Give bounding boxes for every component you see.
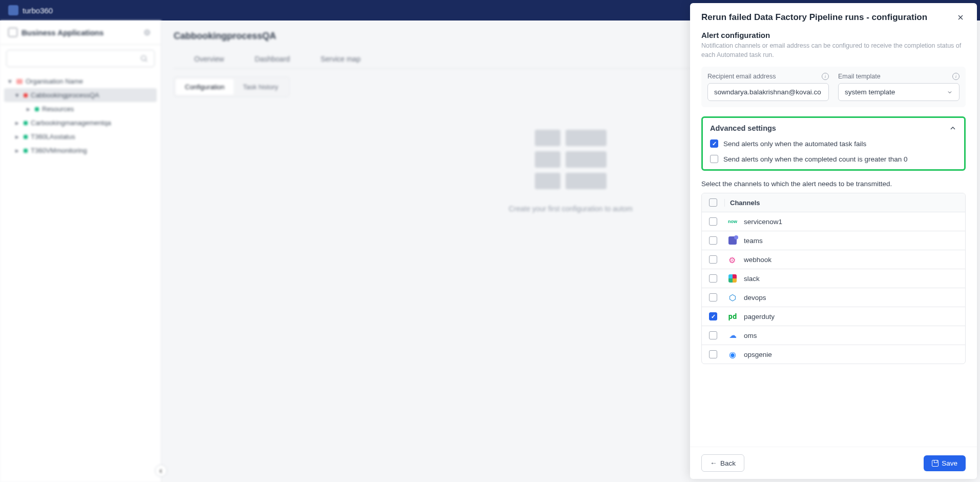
checkbox-completed-count[interactable] xyxy=(710,155,718,163)
channel-row-pagerduty: pd pagerduty xyxy=(702,307,965,326)
tree-item-resources[interactable]: ▸ Resources xyxy=(4,102,157,116)
folder-icon xyxy=(16,79,23,84)
channel-checkbox-opsgenie[interactable] xyxy=(709,350,717,358)
channel-checkbox-devops[interactable] xyxy=(709,293,717,302)
channel-row-opsgenie: ◉ opsgenie xyxy=(702,345,965,364)
advanced-settings-section: Advanced settings Send alerts only when … xyxy=(701,116,966,171)
tree-item-t360la[interactable]: ▸ T360LAsstatus xyxy=(4,130,157,144)
product-name: turbo360 xyxy=(23,6,53,15)
tree-item-carbooking[interactable]: ▸ Carbookingmanagementqa xyxy=(4,116,157,130)
sidebar-tree: ▾ Organisation Name ▾ CabbookingprocessQ… xyxy=(0,72,161,159)
alert-form-row: Recipient email address i Email template… xyxy=(701,67,966,107)
logo-icon xyxy=(8,5,18,15)
template-field-label: Email template xyxy=(838,73,881,80)
channels-column-header: Channels xyxy=(724,199,760,207)
save-button[interactable]: Save xyxy=(924,455,966,471)
back-button[interactable]: ← Back xyxy=(701,454,744,472)
email-field-label: Recipient email address xyxy=(707,73,776,80)
advanced-option-count: Send alerts only when the completed coun… xyxy=(710,155,957,163)
status-dot-icon xyxy=(24,149,28,153)
status-dot-icon xyxy=(24,121,28,125)
oms-icon: ☁ xyxy=(727,330,738,340)
channel-row-webhook: webhook xyxy=(702,250,965,269)
channel-name: servicenow1 xyxy=(744,218,782,226)
sidebar: Business Applications ⚙ ▾ Organisation N… xyxy=(0,21,161,482)
channel-checkbox-webhook[interactable] xyxy=(709,255,717,264)
template-field-wrapper: Email template i system template xyxy=(838,73,960,101)
channel-checkbox-oms[interactable] xyxy=(709,331,717,339)
devops-icon: ⬡ xyxy=(727,292,738,303)
advanced-option-fails: Send alerts only when the automated task… xyxy=(710,139,957,148)
channel-row-oms: ☁ oms xyxy=(702,326,965,345)
tab-service-map[interactable]: Service map xyxy=(321,50,361,68)
save-icon xyxy=(932,460,939,467)
chevron-up-icon xyxy=(949,124,957,132)
advanced-settings-toggle[interactable]: Advanced settings xyxy=(710,124,957,132)
drawer-footer: ← Back Save xyxy=(690,447,977,479)
gear-icon[interactable]: ⚙ xyxy=(143,28,153,37)
channels-select-all-checkbox[interactable] xyxy=(709,198,717,207)
email-template-select[interactable]: system template xyxy=(838,83,960,101)
sidebar-search[interactable] xyxy=(6,50,155,67)
tree-item-cabbooking[interactable]: ▾ CabbookingprocessQA xyxy=(4,88,157,102)
channels-table: Channels now servicenow1 teams webhook xyxy=(701,193,966,364)
checkbox-completed-count-label: Send alerts only when the completed coun… xyxy=(723,155,907,163)
svg-point-0 xyxy=(141,56,146,61)
channel-row-teams: teams xyxy=(702,231,965,250)
brand[interactable]: turbo360 xyxy=(8,5,53,15)
tab-overview[interactable]: Overview xyxy=(194,50,224,68)
status-dot-icon xyxy=(24,135,28,139)
empty-state-caption: Create your first configuration to autom xyxy=(509,205,633,213)
channel-name: webhook xyxy=(744,256,772,264)
drawer-title: Rerun failed Data Factory Pipeline runs … xyxy=(701,12,927,23)
status-dot-icon xyxy=(24,93,28,97)
status-dot-icon xyxy=(35,107,39,111)
email-field-wrapper: Recipient email address i xyxy=(707,73,829,101)
channel-checkbox-slack[interactable] xyxy=(709,274,717,283)
sidebar-header: Business Applications ⚙ xyxy=(0,21,161,45)
channels-header-row: Channels xyxy=(702,193,965,212)
channel-name: oms xyxy=(744,332,757,339)
tree-org[interactable]: ▾ Organisation Name xyxy=(4,74,157,88)
apps-icon xyxy=(8,28,17,37)
segmented-tabs: Configuration Task history xyxy=(174,77,289,97)
arrow-left-icon: ← xyxy=(710,459,717,467)
close-button[interactable] xyxy=(955,12,966,23)
checkbox-task-fails-label: Send alerts only when the automated task… xyxy=(723,140,866,148)
search-input[interactable] xyxy=(13,55,140,63)
sidebar-title: Business Applications xyxy=(22,28,103,37)
channel-checkbox-servicenow[interactable] xyxy=(709,217,717,226)
teams-icon xyxy=(727,235,738,246)
channel-name: teams xyxy=(744,237,763,245)
channel-name: opsgenie xyxy=(744,351,772,358)
chevron-down-icon xyxy=(947,89,953,95)
tab-dashboard[interactable]: Dashboard xyxy=(255,50,290,68)
channel-row-servicenow: now servicenow1 xyxy=(702,212,965,231)
seg-tab-configuration[interactable]: Configuration xyxy=(176,79,234,95)
channel-name: devops xyxy=(744,294,766,302)
checkbox-task-fails[interactable] xyxy=(710,139,718,148)
channel-instruction: Select the channels to which the alert n… xyxy=(701,180,966,188)
info-icon[interactable]: i xyxy=(952,73,960,80)
alert-config-description: Notification channels or email address c… xyxy=(701,42,966,59)
channel-name: slack xyxy=(744,275,760,283)
seg-tab-task-history[interactable]: Task history xyxy=(234,79,287,95)
channel-name: pagerduty xyxy=(744,313,775,320)
recipient-email-input[interactable] xyxy=(707,83,829,101)
alert-config-heading: Alert configuration xyxy=(701,31,966,39)
info-icon[interactable]: i xyxy=(822,73,829,80)
webhook-icon xyxy=(727,254,738,265)
channel-row-devops: ⬡ devops xyxy=(702,288,965,307)
search-icon xyxy=(140,54,148,63)
opsgenie-icon: ◉ xyxy=(727,349,738,359)
advanced-settings-title: Advanced settings xyxy=(710,124,776,132)
channel-checkbox-teams[interactable] xyxy=(709,236,717,245)
channel-checkbox-pagerduty[interactable] xyxy=(709,312,717,320)
pagerduty-icon: pd xyxy=(727,311,738,322)
channel-row-slack: slack xyxy=(702,269,965,288)
config-drawer: Rerun failed Data Factory Pipeline runs … xyxy=(690,3,977,479)
tree-item-t360vm[interactable]: ▸ T360VMmonitoring xyxy=(4,144,157,157)
servicenow-icon: now xyxy=(727,216,738,227)
slack-icon xyxy=(727,273,738,284)
